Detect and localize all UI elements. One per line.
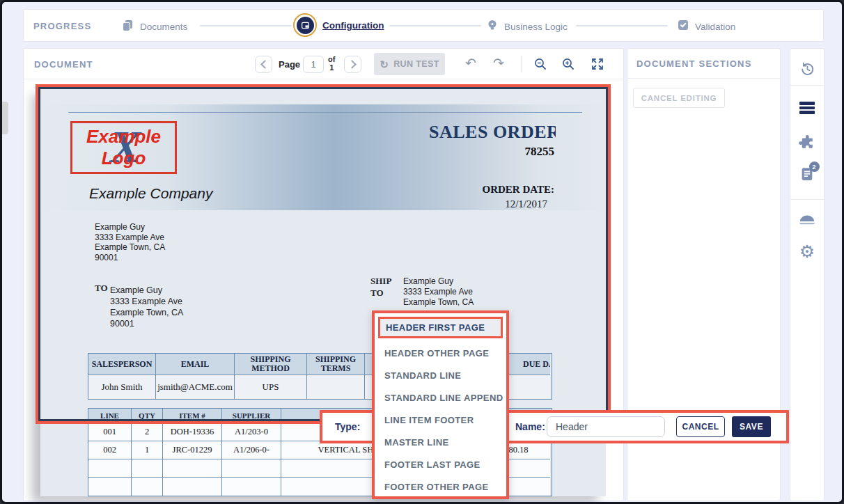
vendor-address: Example Guy 3333 Example Ave Example Tow… xyxy=(95,222,165,262)
table-cell xyxy=(163,459,222,478)
table-cell: A1/203-0 xyxy=(222,423,281,441)
table-header-cell: SHIPPING TERMS xyxy=(307,354,365,375)
ship-to-label: SHIP TO xyxy=(370,275,391,299)
step-configuration[interactable]: Configuration xyxy=(293,13,384,37)
fullscreen-icon[interactable] xyxy=(591,57,604,74)
documents-icon xyxy=(121,19,134,35)
table-header-cell: ITEM # xyxy=(163,409,222,423)
document-panel-title: DOCUMENT xyxy=(34,59,93,70)
ship-to-address: Example Guy 3333 Example Ave Example Tow… xyxy=(403,276,474,308)
document-toolbar: DOCUMENT Page of 1 ↻ RUN TEST ↶ ↷ xyxy=(24,49,623,79)
puzzle-icon[interactable] xyxy=(790,134,824,151)
progress-connector xyxy=(389,25,481,26)
dropdown-option[interactable]: HEADER OTHER PAGE xyxy=(375,342,506,364)
refresh-icon: ↻ xyxy=(380,59,389,70)
history-icon[interactable] xyxy=(790,61,824,78)
to-label: TO xyxy=(95,282,108,294)
chevron-right-icon xyxy=(347,60,357,69)
dropdown-option[interactable]: LINE ITEM FOOTER xyxy=(375,409,506,431)
table-cell xyxy=(88,478,132,496)
table-cell xyxy=(222,459,281,478)
undo-icon[interactable]: ↶ xyxy=(465,55,476,72)
page-label: Page xyxy=(279,59,300,70)
to-address: Example Guy 3333 Example Ave Example Tow… xyxy=(110,285,183,329)
name-label: Name: xyxy=(515,421,545,432)
table-cell: John Smith xyxy=(88,375,156,399)
side-panel-tab[interactable] xyxy=(2,102,8,134)
sales-order-title: SALES ORDER xyxy=(429,122,556,145)
table-cell: DOH-19336 xyxy=(163,423,222,441)
dropdown-option[interactable]: STANDARD LINE APPEND xyxy=(375,386,506,409)
cancel-button[interactable]: CANCEL xyxy=(676,416,725,437)
step-documents[interactable]: Documents xyxy=(121,19,187,35)
redo-icon[interactable]: ↷ xyxy=(493,55,504,72)
dropdown-option[interactable]: STANDARD LINE xyxy=(375,364,506,386)
table-cell xyxy=(222,478,281,496)
document-badge-icon[interactable]: 2 xyxy=(790,166,824,184)
chevron-left-icon xyxy=(260,60,269,69)
progress-connector xyxy=(576,25,668,26)
table-header-cell: EMAIL xyxy=(156,354,235,375)
table-header-cell: SHIPPING METHOD xyxy=(235,354,307,375)
gear-icon[interactable]: ⚙ xyxy=(790,242,824,260)
order-date-value: 12/1/2017 xyxy=(430,198,547,210)
toolbar-divider xyxy=(521,56,522,72)
company-name: Example Company xyxy=(89,185,212,202)
step-label: Business Logic xyxy=(504,22,568,32)
save-button[interactable]: SAVE xyxy=(732,416,771,437)
table-cell xyxy=(88,459,132,478)
document-sections-icon[interactable] xyxy=(790,102,824,114)
zoom-out-icon[interactable] xyxy=(533,57,547,74)
table-header-cell: SUPPLIER xyxy=(222,409,281,423)
table-cell: UPS xyxy=(235,375,307,399)
table-cell xyxy=(307,375,365,399)
table-header-cell: LINE xyxy=(88,409,132,423)
table-header-cell: QTY xyxy=(132,409,163,423)
step-label: Validation xyxy=(695,22,735,32)
rail-divider xyxy=(790,199,824,200)
progress-connector xyxy=(200,25,292,26)
logo-text: Example Logo xyxy=(72,126,175,169)
badge-count: 2 xyxy=(809,162,820,172)
sections-panel-title: DOCUMENT SECTIONS xyxy=(636,58,752,69)
configuration-icon xyxy=(293,13,317,37)
table-cell: 2 xyxy=(132,423,163,441)
dropdown-option-selected[interactable]: HEADER FIRST PAGE xyxy=(378,317,503,338)
dropdown-option[interactable]: MASTER LINE xyxy=(375,431,506,453)
sections-panel-header: DOCUMENT SECTIONS xyxy=(627,49,780,79)
dropdown-option[interactable]: FOOTER LAST PAGE xyxy=(375,453,506,475)
step-validation[interactable]: Validation xyxy=(677,19,735,34)
order-date-label: ORDER DATE: xyxy=(430,184,554,196)
table-cell: 002 xyxy=(88,441,132,459)
company-logo: X Example Logo xyxy=(70,121,177,174)
order-number: 78255 xyxy=(458,145,554,159)
dome-icon[interactable] xyxy=(790,214,824,226)
table-cell: A1/206-0- xyxy=(222,441,281,459)
step-business-logic[interactable]: Business Logic xyxy=(486,19,568,35)
table-cell: jsmith@ACME.com xyxy=(156,375,235,399)
icon-rail: 2 ⚙ xyxy=(790,48,825,501)
type-label: Type: xyxy=(335,421,360,432)
app-window: PROGRESS Documents Configuration Busines… xyxy=(0,0,844,504)
table-cell: 1 xyxy=(132,441,163,459)
step-label: Documents xyxy=(140,22,187,32)
page-number-input[interactable] xyxy=(303,56,324,73)
cancel-editing-button[interactable]: CANCEL EDITING xyxy=(633,88,725,108)
validation-check-icon xyxy=(677,19,689,34)
document-rule-line xyxy=(68,112,582,113)
rail-divider xyxy=(790,85,824,86)
zoom-in-icon[interactable] xyxy=(561,57,575,74)
prev-page-button[interactable] xyxy=(255,56,272,73)
next-page-button[interactable] xyxy=(344,56,361,73)
run-test-button[interactable]: ↻ RUN TEST xyxy=(374,53,445,75)
progress-bar: PROGRESS Documents Configuration Busines… xyxy=(23,9,824,42)
table-cell xyxy=(163,478,222,496)
lightbulb-icon xyxy=(486,19,499,35)
table-header-cell: SALESPERSON xyxy=(88,354,156,375)
dropdown-option[interactable]: FOOTER OTHER PAGE xyxy=(375,475,506,498)
progress-label: PROGRESS xyxy=(33,21,91,31)
page-total-label: of 1 xyxy=(328,55,335,72)
section-type-dropdown: HEADER FIRST PAGE HEADER OTHER PAGE STAN… xyxy=(372,310,509,499)
table-cell xyxy=(132,459,163,478)
section-name-input[interactable] xyxy=(547,416,665,437)
